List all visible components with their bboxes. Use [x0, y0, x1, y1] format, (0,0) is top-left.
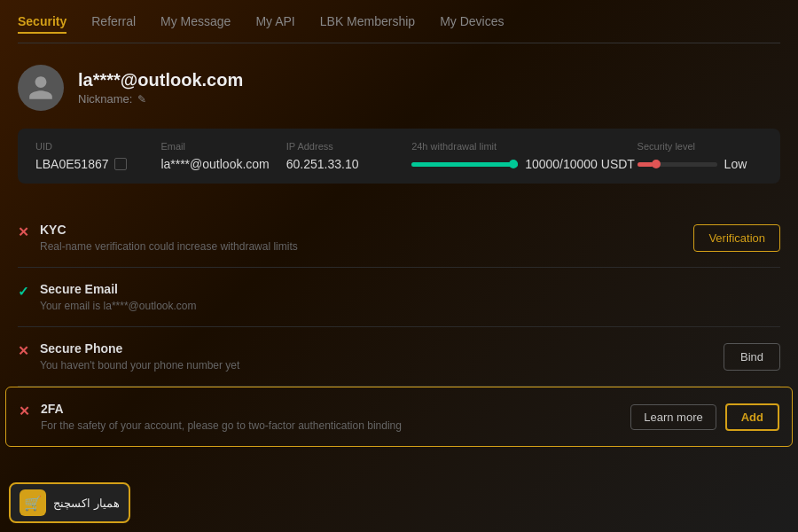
profile-info: la****@outlook.com Nickname: ✎	[78, 70, 243, 106]
profile-nickname: Nickname: ✎	[78, 92, 243, 106]
withdrawal-label: 24h withdrawal limit	[411, 141, 637, 152]
tab-security[interactable]: Security	[18, 14, 66, 34]
watermark-text: همیار اکسچنج	[53, 497, 120, 510]
2fa-learn-more-button[interactable]: Learn more	[630, 404, 716, 430]
copy-uid-icon[interactable]	[114, 158, 127, 170]
2fa-text: 2FA For the safety of your account, plea…	[41, 402, 402, 432]
security-item-kyc: ✕ KYC Real-name verification could incre…	[18, 208, 780, 268]
email-status-icon: ✓	[18, 284, 29, 300]
profile-section: la****@outlook.com Nickname: ✎	[18, 65, 780, 111]
uid-value: LBA0E51867	[35, 157, 160, 171]
tab-lbk-membership[interactable]: LBK Membership	[320, 14, 415, 34]
stat-ip: IP Address 60.251.33.10	[286, 141, 411, 171]
stat-email: Email la****@outlook.com	[160, 141, 286, 171]
2fa-status-icon: ✕	[19, 403, 30, 419]
kyc-description: Real-name verification could increase wi…	[40, 240, 298, 253]
kyc-actions: Verification	[693, 224, 780, 252]
email-description: Your email is la****@outlook.com	[40, 300, 197, 312]
phone-actions: Bind	[724, 343, 780, 371]
kyc-status-icon: ✕	[18, 224, 29, 240]
2fa-add-button[interactable]: Add	[725, 403, 779, 431]
kyc-left: ✕ KYC Real-name verification could incre…	[18, 223, 298, 253]
phone-status-icon: ✕	[18, 343, 29, 359]
security-item-email: ✓ Secure Email Your email is la****@outl…	[18, 268, 780, 327]
phone-left: ✕ Secure Phone You haven't bound your ph…	[18, 341, 239, 372]
edit-nickname-icon[interactable]: ✎	[137, 93, 146, 106]
phone-bind-button[interactable]: Bind	[724, 343, 780, 371]
stat-withdrawal: 24h withdrawal limit 10000/10000 USDT	[411, 141, 637, 171]
withdrawal-progress-thumb	[509, 160, 518, 168]
withdrawal-value: 10000/10000 USDT	[411, 157, 637, 171]
user-icon	[27, 74, 55, 102]
2fa-description: For the safety of your account, please g…	[41, 419, 402, 432]
ip-value: 60.251.33.10	[286, 157, 411, 171]
phone-text: Secure Phone You haven't bound your phon…	[40, 341, 239, 372]
profile-email: la****@outlook.com	[78, 70, 243, 90]
tab-referral[interactable]: Referral	[91, 14, 136, 34]
security-level-thumb	[652, 160, 661, 168]
ip-label: IP Address	[286, 141, 411, 152]
withdrawal-progress-track	[411, 162, 518, 167]
watermark-icon: 🛒	[20, 489, 46, 516]
email-text: Secure Email Your email is la****@outloo…	[40, 282, 197, 312]
uid-label: UID	[35, 141, 160, 152]
stats-row: UID LBA0E51867 Email la****@outlook.com …	[18, 129, 780, 184]
nav-tabs: Security Referral My Message My API LBK …	[18, 14, 780, 43]
2fa-title: 2FA	[41, 402, 402, 416]
email-label: Email	[160, 141, 286, 152]
phone-title: Secure Phone	[40, 341, 239, 356]
security-item-phone: ✕ Secure Phone You haven't bound your ph…	[18, 327, 780, 387]
stat-security-level: Security level Low	[638, 141, 763, 171]
phone-description: You haven't bound your phone number yet	[40, 359, 239, 372]
email-title: Secure Email	[40, 282, 197, 296]
watermark: 🛒 همیار اکسچنج	[9, 482, 130, 523]
security-items-list: ✕ KYC Real-name verification could incre…	[18, 208, 780, 447]
security-item-2fa: ✕ 2FA For the safety of your account, pl…	[5, 387, 793, 447]
tab-my-message[interactable]: My Message	[160, 14, 231, 34]
2fa-actions: Learn more Add	[630, 403, 779, 431]
avatar	[18, 65, 64, 111]
2fa-left: ✕ 2FA For the safety of your account, pl…	[19, 402, 402, 432]
security-level-label: Security level	[638, 141, 763, 152]
kyc-title: KYC	[40, 223, 298, 237]
security-level-track	[638, 162, 717, 167]
email-left: ✓ Secure Email Your email is la****@outl…	[18, 282, 197, 312]
security-level-value: Low	[638, 157, 763, 171]
tab-my-api[interactable]: My API	[255, 14, 294, 34]
tab-my-devices[interactable]: My Devices	[440, 14, 504, 34]
email-value: la****@outlook.com	[160, 157, 286, 171]
stat-uid: UID LBA0E51867	[35, 141, 160, 171]
kyc-verification-button[interactable]: Verification	[693, 224, 780, 252]
withdrawal-progress-fill	[411, 162, 518, 167]
kyc-text: KYC Real-name verification could increas…	[40, 223, 298, 253]
